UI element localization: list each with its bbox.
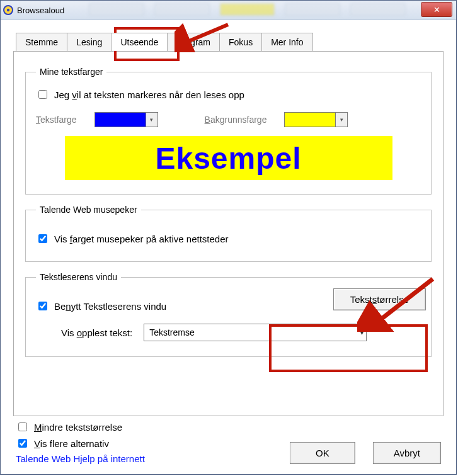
bg-color-picker[interactable]: ▾ <box>284 112 348 127</box>
select-value: Tekstremse <box>149 327 195 337</box>
close-icon: ✕ <box>433 5 440 14</box>
label-more-options: Vis flere alternativ <box>34 438 109 449</box>
label-text-color: Tekstfarge <box>36 115 77 125</box>
tab-utseende[interactable]: Utseende <box>111 33 168 51</box>
checkbox-colored-pointer[interactable] <box>38 234 47 243</box>
background-blur <box>89 3 406 16</box>
title-bar: Browsealoud ✕ <box>1 1 456 20</box>
select-show-read-text[interactable]: Tekstremse ▾ <box>144 324 367 341</box>
legend-reader-window: Tekstleserens vindu <box>36 272 121 282</box>
tab-stemme[interactable]: Stemme <box>16 33 67 51</box>
chevron-down-icon: ▾ <box>336 112 348 127</box>
fieldset-reader-window: Tekstleserens vindu Benytt Tekstleserens… <box>25 272 432 357</box>
checkbox-more-options[interactable] <box>18 439 27 448</box>
checkbox-smaller-text[interactable] <box>18 422 27 431</box>
legend-pointer: Talende Web musepeker <box>36 205 141 215</box>
cancel-button[interactable]: Avbryt <box>373 442 441 464</box>
label-bg-color: Bakgrunnsfarge <box>205 115 267 125</box>
text-color-picker[interactable]: ▾ <box>94 112 158 127</box>
fieldset-text-colors: Mine tekstfarger Jeg vil at teksten mark… <box>25 67 432 195</box>
label-smaller-text: Mindre tekststørrelse <box>34 422 122 433</box>
legend-text-colors: Mine tekstfarger <box>36 67 106 77</box>
browsealoud-window: Browsealoud ✕ Stemme Lesing Utseende Pro… <box>0 0 457 475</box>
help-link[interactable]: Talende Web Hjelp på internett <box>16 453 145 464</box>
window-title: Browsealoud <box>17 6 64 15</box>
label-highlight-text: Jeg vil at teksten markeres når den lese… <box>54 89 244 100</box>
tab-panel: Stemme Lesing Utseende Program Fokus Mer… <box>13 32 444 416</box>
bg-color-swatch <box>284 112 336 127</box>
tab-fokus[interactable]: Fokus <box>219 33 262 51</box>
ok-button[interactable]: OK <box>290 442 355 464</box>
svg-point-1 <box>7 9 9 11</box>
label-show-read-text: Vis opplest tekst: <box>61 327 132 338</box>
checkbox-use-reader-window[interactable] <box>38 302 47 310</box>
label-colored-pointer: Vis farget musepeker på aktive nettstede… <box>54 234 229 244</box>
example-preview: Eksempel <box>65 136 392 180</box>
footer: Mindre tekststørrelse Vis flere alternat… <box>16 421 441 464</box>
close-button[interactable]: ✕ <box>421 2 452 17</box>
tab-strip: Stemme Lesing Utseende Program Fokus Mer… <box>16 32 444 50</box>
chevron-down-icon: ▾ <box>146 112 158 127</box>
label-use-reader-window: Benytt Tekstleserens vindu <box>54 301 166 312</box>
tab-program[interactable]: Program <box>167 33 220 51</box>
text-size-button[interactable]: Tekststørrelse <box>333 288 426 310</box>
checkbox-highlight-text[interactable] <box>38 90 47 99</box>
app-icon <box>3 5 13 15</box>
text-color-swatch <box>94 112 146 127</box>
client-area: Stemme Lesing Utseende Program Fokus Mer… <box>4 23 452 470</box>
fieldset-pointer: Talende Web musepeker Vis farget musepek… <box>25 205 432 262</box>
tab-merinfo[interactable]: Mer Info <box>261 33 312 51</box>
tab-body: Mine tekstfarger Jeg vil at teksten mark… <box>13 51 444 416</box>
tab-lesing[interactable]: Lesing <box>67 33 112 51</box>
chevron-down-icon: ▾ <box>360 329 364 336</box>
